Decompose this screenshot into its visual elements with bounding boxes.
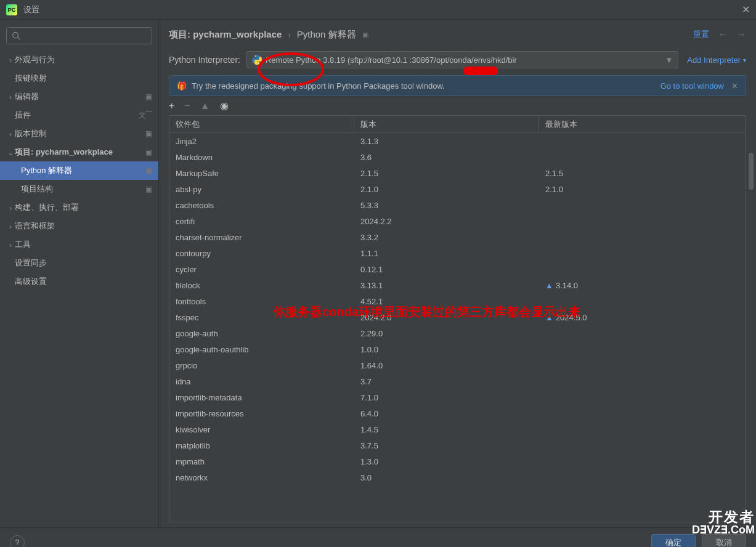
pkg-name: google-auth xyxy=(169,328,354,339)
box-icon: ▣ xyxy=(145,148,152,156)
pkg-latest xyxy=(539,156,746,158)
reset-link[interactable]: 重置 xyxy=(693,29,709,40)
sidebar-item-11[interactable]: 设置同步 xyxy=(0,254,158,272)
show-early-button[interactable]: ◉ xyxy=(220,100,229,111)
interpreter-value: Remote Python 3.8.19 (sftp://root@10.1 :… xyxy=(266,55,517,65)
col-latest[interactable]: 最新版本 xyxy=(539,116,746,132)
pkg-name: certifi xyxy=(169,216,354,227)
table-row[interactable]: matplotlib3.7.5 xyxy=(169,437,746,453)
pkg-latest xyxy=(539,268,746,270)
col-package[interactable]: 软件包 xyxy=(169,116,354,132)
sidebar-item-10[interactable]: ›工具 xyxy=(0,235,158,254)
pkg-latest xyxy=(539,300,746,302)
update-arrow-icon: ▲ xyxy=(545,281,553,290)
pkg-latest xyxy=(539,412,746,415)
table-row[interactable]: certifi2024.2.2 xyxy=(169,213,746,229)
sidebar-item-6[interactable]: Python 解释器▣ xyxy=(0,161,158,180)
sidebar-item-9[interactable]: ›语言和框架 xyxy=(0,217,158,235)
table-row[interactable]: Markdown3.6 xyxy=(169,149,746,165)
pkg-version: 1.0.0 xyxy=(354,344,539,355)
table-row[interactable]: absl-py2.1.02.1.0 xyxy=(169,181,746,197)
sidebar-item-label: 设置同步 xyxy=(15,257,152,269)
sidebar-item-label: 编辑器 xyxy=(15,91,145,102)
table-row[interactable]: cachetools5.3.3 xyxy=(169,197,746,213)
pkg-name: Jinja2 xyxy=(169,136,354,147)
table-row[interactable]: MarkupSafe2.1.52.1.5 xyxy=(169,165,746,181)
pkg-name: importlib-metadata xyxy=(169,392,354,403)
pkg-latest xyxy=(539,204,746,206)
close-icon[interactable]: ✕ xyxy=(742,4,750,15)
pkg-name: google-auth-oauthlib xyxy=(169,344,354,355)
sidebar-item-1[interactable]: 按键映射 xyxy=(0,69,158,87)
svg-line-1 xyxy=(18,38,20,40)
sidebar-item-4[interactable]: ›版本控制▣ xyxy=(0,124,158,143)
table-row[interactable]: Jinja23.1.3 xyxy=(169,133,746,149)
sidebar-item-0[interactable]: ›外观与行为 xyxy=(0,51,158,69)
sidebar-item-12[interactable]: 高级设置 xyxy=(0,272,158,291)
nav-back-icon[interactable]: ← xyxy=(718,29,728,40)
breadcrumb-page: Python 解释器 xyxy=(297,29,356,41)
sidebar-item-5[interactable]: ⌄项目: pycharm_workplace▣ xyxy=(0,143,158,161)
pkg-latest xyxy=(539,476,746,479)
pkg-latest: ▲2024.5.0 xyxy=(539,312,746,323)
table-row[interactable]: kiwisolver1.4.5 xyxy=(169,421,746,437)
ok-button[interactable]: 确定 xyxy=(651,534,696,548)
table-row[interactable]: networkx3.0 xyxy=(169,469,746,485)
table-row[interactable]: mpmath1.3.0 xyxy=(169,453,746,469)
sidebar-item-3[interactable]: 插件文⁀ xyxy=(0,106,158,124)
table-row[interactable]: charset-normalizer3.3.2 xyxy=(169,229,746,245)
sidebar-item-2[interactable]: ›编辑器▣ xyxy=(0,87,158,106)
python-icon xyxy=(252,55,262,65)
chevron-icon: › xyxy=(6,92,15,102)
table-row[interactable]: importlib-metadata7.1.0 xyxy=(169,389,746,405)
add-interpreter-link[interactable]: Add Interpreter▾ xyxy=(687,55,746,65)
pkg-latest xyxy=(539,364,746,367)
table-row[interactable]: contourpy1.1.1 xyxy=(169,245,746,261)
pkg-name: kiwisolver xyxy=(169,424,354,436)
pkg-name: charset-normalizer xyxy=(169,232,354,243)
svg-point-2 xyxy=(255,55,256,57)
upgrade-package-button[interactable]: ▲ xyxy=(200,100,210,111)
sidebar-item-label: Python 解释器 xyxy=(21,165,145,176)
cancel-button[interactable]: 取消 xyxy=(702,534,746,548)
col-version[interactable]: 版本 xyxy=(354,116,539,132)
pkg-version: 3.3.2 xyxy=(354,232,539,243)
table-row[interactable]: google-auth2.29.0 xyxy=(169,325,746,341)
pkg-version: 3.6 xyxy=(354,152,539,163)
interpreter-dropdown[interactable]: Remote Python 3.8.19 (sftp://root@10.1 :… xyxy=(246,51,678,68)
pkg-version: 2024.2.0 xyxy=(354,312,539,323)
sidebar-item-7[interactable]: 项目结构▣ xyxy=(0,180,158,198)
sidebar-item-8[interactable]: ›构建、执行、部署 xyxy=(0,198,158,217)
nav-forward-icon[interactable]: → xyxy=(736,29,746,40)
table-row[interactable]: idna3.7 xyxy=(169,373,746,389)
table-row[interactable]: fonttools4.52.1 xyxy=(169,293,746,309)
table-row[interactable]: cycler0.12.1 xyxy=(169,261,746,277)
breadcrumb-project: 项目: pycharm_workplace xyxy=(169,29,282,41)
search-input[interactable] xyxy=(6,27,152,44)
box-icon: ▣ xyxy=(145,166,152,175)
pkg-name: absl-py xyxy=(169,184,354,195)
pkg-name: filelock xyxy=(169,280,354,291)
banner: 🎁 Try the redesigned packaging support i… xyxy=(169,75,746,96)
table-row[interactable]: grpcio1.64.0 xyxy=(169,357,746,373)
pkg-name: cycler xyxy=(169,264,354,275)
chevron-icon: › xyxy=(6,55,15,65)
pkg-latest xyxy=(539,460,746,463)
chevron-icon: › xyxy=(6,203,15,213)
table-row[interactable]: google-auth-oauthlib1.0.0 xyxy=(169,341,746,357)
table-row[interactable]: importlib-resources6.4.0 xyxy=(169,405,746,421)
banner-link[interactable]: Go to tool window xyxy=(660,81,724,91)
pkg-name: MarkupSafe xyxy=(169,168,354,179)
add-package-button[interactable]: + xyxy=(169,100,174,111)
remove-package-button[interactable]: − xyxy=(184,100,190,111)
pkg-version: 6.4.0 xyxy=(354,408,539,419)
scrollbar[interactable] xyxy=(749,153,755,496)
pkg-name: mpmath xyxy=(169,456,354,468)
table-row[interactable]: filelock3.13.1▲3.14.0 xyxy=(169,277,746,293)
table-row[interactable]: fsspec2024.2.0▲2024.5.0 xyxy=(169,309,746,325)
sidebar-item-label: 版本控制 xyxy=(15,128,145,139)
pkg-latest: 2.1.5 xyxy=(539,168,746,179)
sidebar-item-label: 按键映射 xyxy=(15,73,152,84)
help-button[interactable]: ? xyxy=(10,535,25,548)
banner-close-icon[interactable]: ✕ xyxy=(731,81,738,91)
